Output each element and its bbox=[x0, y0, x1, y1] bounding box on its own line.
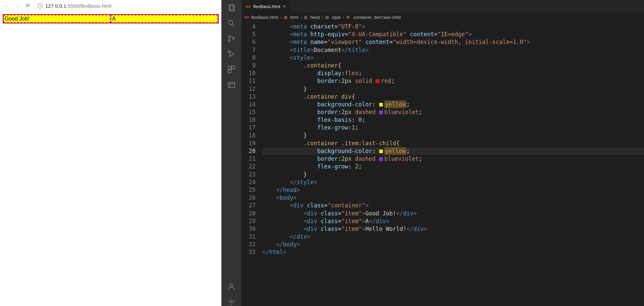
html-file-icon: <> bbox=[246, 4, 251, 9]
breadcrumb-item[interactable]: flexBasis.html bbox=[251, 15, 278, 20]
code-content[interactable]: <meta charset="UTF-8"> <meta http-equiv=… bbox=[262, 21, 644, 306]
activity-bar bbox=[221, 0, 241, 306]
svg-rect-10 bbox=[232, 66, 235, 69]
line-gutter: 4567891011121314151617181920212223242526… bbox=[241, 21, 262, 306]
close-icon[interactable]: × bbox=[283, 4, 285, 9]
breadcrumb-item[interactable]: html bbox=[290, 15, 299, 20]
explorer-icon[interactable] bbox=[227, 3, 236, 12]
back-icon[interactable]: ← bbox=[3, 3, 9, 9]
editor-area: <> flexBasis.html × <> flexBasis.html › … bbox=[241, 0, 644, 306]
info-icon[interactable]: i bbox=[38, 3, 43, 8]
chevron-right-icon: › bbox=[280, 15, 281, 20]
element-icon: ⊞ bbox=[325, 15, 329, 20]
tab-flexbasis[interactable]: <> flexBasis.html × bbox=[241, 0, 290, 13]
code-editor[interactable]: 4567891011121314151617181920212223242526… bbox=[241, 21, 644, 306]
element-icon: ⊞ bbox=[304, 15, 308, 20]
vscode-pane: <> flexBasis.html × <> flexBasis.html › … bbox=[221, 0, 644, 306]
breadcrumb-item[interactable]: head bbox=[310, 15, 320, 20]
settings-gear-icon[interactable] bbox=[227, 297, 236, 306]
accounts-icon[interactable] bbox=[227, 282, 236, 291]
browser-toolbar: ← → ⟳ i 127.0.0.1:5500/flexBasis.html bbox=[0, 0, 221, 11]
reload-icon[interactable]: ⟳ bbox=[25, 3, 31, 9]
svg-point-8 bbox=[228, 51, 229, 52]
chevron-right-icon: › bbox=[343, 15, 344, 20]
svg-point-4 bbox=[228, 36, 230, 37]
breadcrumbs[interactable]: <> flexBasis.html › ⊞ html › ⊞ head › ⊞ … bbox=[241, 13, 644, 21]
svg-rect-11 bbox=[228, 70, 231, 73]
browser-pane: ← → ⟳ i 127.0.0.1:5500/flexBasis.html Go… bbox=[0, 0, 221, 306]
svg-point-16 bbox=[230, 301, 233, 303]
extensions-icon[interactable] bbox=[227, 65, 236, 74]
forward-icon[interactable]: → bbox=[14, 3, 20, 9]
address-bar[interactable]: i 127.0.0.1:5500/flexBasis.html bbox=[36, 1, 218, 10]
flex-item: A bbox=[111, 15, 218, 23]
chevron-right-icon: › bbox=[322, 15, 323, 20]
run-debug-icon[interactable] bbox=[227, 50, 236, 58]
breadcrumb-item[interactable]: style bbox=[332, 15, 341, 20]
chevron-right-icon: › bbox=[300, 15, 302, 20]
css-rule-icon: ✲ bbox=[346, 15, 350, 20]
source-control-icon[interactable] bbox=[227, 34, 236, 43]
element-icon: ⊞ bbox=[284, 15, 287, 20]
flex-container: Good Job! A bbox=[3, 14, 219, 23]
svg-line-3 bbox=[232, 24, 235, 27]
svg-rect-9 bbox=[228, 66, 231, 69]
svg-point-5 bbox=[228, 40, 230, 42]
svg-rect-12 bbox=[228, 82, 235, 87]
live-preview-icon[interactable] bbox=[227, 81, 236, 89]
browser-viewport: Good Job! A bbox=[0, 11, 221, 306]
svg-point-15 bbox=[230, 284, 233, 287]
tab-label: flexBasis.html bbox=[253, 4, 280, 9]
search-icon[interactable] bbox=[227, 19, 236, 28]
flex-item: Good Job! bbox=[3, 15, 111, 23]
html-file-icon: <> bbox=[244, 15, 249, 20]
url-text: 127.0.0.1:5500/flexBasis.html bbox=[45, 3, 111, 9]
breadcrumb-item[interactable]: .container .item:last-child bbox=[353, 15, 401, 20]
svg-marker-7 bbox=[230, 51, 234, 56]
tab-bar: <> flexBasis.html × bbox=[241, 0, 644, 13]
svg-point-2 bbox=[228, 20, 233, 24]
